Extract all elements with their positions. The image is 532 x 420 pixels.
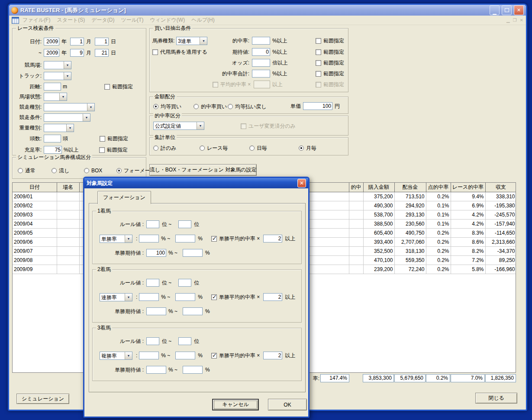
- race-type-select[interactable]: ▼: [44, 103, 95, 111]
- ground-select[interactable]: ▼: [44, 93, 67, 101]
- date-to-day-input[interactable]: [95, 49, 109, 57]
- mdi-controls: ▁ ❐ ✕: [506, 18, 523, 23]
- rule-from-input[interactable]: [146, 279, 159, 287]
- cancel-button[interactable]: キャンセル: [212, 399, 259, 410]
- odds-range-checkbox[interactable]: [316, 60, 321, 66]
- hit-total-input[interactable]: [252, 70, 270, 78]
- dialog-close-button[interactable]: ✕: [297, 179, 306, 187]
- substitute-checkbox[interactable]: [152, 49, 158, 55]
- avg-hit-rate-checkbox[interactable]: [211, 294, 217, 300]
- avg-multiplier-input[interactable]: [263, 235, 282, 242]
- distance-input[interactable]: [44, 83, 61, 90]
- hit-class-select[interactable]: 公式設定値▼: [153, 122, 204, 130]
- cell-balance: 89,250: [485, 256, 516, 265]
- course-select[interactable]: ▼: [44, 61, 71, 69]
- unit-price-input[interactable]: [303, 102, 332, 110]
- heads-input[interactable]: [44, 135, 61, 142]
- distance-range-checkbox[interactable]: [104, 84, 110, 90]
- expect-from-input[interactable]: [146, 366, 166, 374]
- rate-type-select[interactable]: 連勝率▼: [100, 293, 132, 301]
- maximize-button[interactable]: [502, 5, 512, 15]
- date-from-day-input[interactable]: [95, 38, 109, 45]
- radio-per-race[interactable]: [200, 145, 205, 151]
- distance-unit: m: [63, 84, 67, 90]
- ok-button[interactable]: OK: [268, 399, 307, 410]
- race-cond-label: 競走条件:: [13, 114, 42, 121]
- rate-from-input[interactable]: [139, 293, 159, 301]
- radio-normal[interactable]: [18, 168, 23, 173]
- pct-to-label: % ~: [161, 236, 170, 242]
- target-horse-settings-button[interactable]: 流し・BOX・フォーメーション 対象馬の設定: [149, 164, 257, 176]
- heads-range-checkbox[interactable]: [100, 136, 105, 142]
- radio-nagashi-label: 流し: [59, 167, 69, 174]
- race-cond-select[interactable]: ▼: [44, 113, 90, 122]
- rule-to-input[interactable]: [178, 279, 191, 287]
- header-purchase[interactable]: 購入金額: [363, 183, 394, 192]
- rate-to-input[interactable]: [175, 235, 195, 242]
- expect-to-input[interactable]: [183, 249, 203, 257]
- radio-per-month[interactable]: [299, 145, 304, 151]
- fill-range-checkbox[interactable]: [99, 147, 105, 153]
- rate-type-select[interactable]: 複勝率▼: [100, 352, 132, 360]
- rate-to-input[interactable]: [175, 352, 195, 359]
- simulation-button[interactable]: シミュレーション: [16, 394, 69, 404]
- expect-from-input[interactable]: [146, 249, 166, 257]
- hit-rate-input[interactable]: [252, 37, 270, 45]
- cell-point-rate: 0.2%: [426, 256, 451, 265]
- rule-to-input[interactable]: [178, 220, 191, 228]
- radio-per-day[interactable]: [249, 145, 255, 151]
- hit-range-checkbox[interactable]: [316, 38, 321, 44]
- radio-nagashi[interactable]: [52, 168, 57, 173]
- rate-from-input[interactable]: [139, 235, 159, 242]
- header-balance[interactable]: 収支: [485, 183, 516, 192]
- horse-rank-title: 1着馬: [96, 208, 112, 214]
- ticket-type-select[interactable]: 3連単▼: [176, 37, 207, 45]
- rate-to-input[interactable]: [175, 293, 195, 301]
- expect-to-input[interactable]: [183, 366, 203, 374]
- minimize-icon: ▁: [493, 10, 496, 14]
- rule-to-input[interactable]: [178, 337, 191, 345]
- header-date[interactable]: 日付: [13, 183, 57, 192]
- avg-multiplier-input[interactable]: [263, 352, 282, 359]
- fill-rate-input[interactable]: [44, 146, 62, 154]
- close-button[interactable]: ✕: [514, 5, 524, 15]
- distance-label: 距離:: [13, 83, 42, 90]
- expectation-range-checkbox[interactable]: [316, 49, 321, 55]
- weight-select[interactable]: ▼: [44, 124, 74, 132]
- radio-total-only[interactable]: [153, 145, 158, 151]
- header-point-rate[interactable]: 点的中率: [426, 183, 451, 192]
- date-from-year-input[interactable]: [44, 38, 59, 45]
- rule-from-input[interactable]: [146, 337, 159, 345]
- date-from-month-input[interactable]: [70, 38, 84, 45]
- expectation-input[interactable]: [252, 48, 270, 56]
- expect-from-input[interactable]: [146, 307, 166, 315]
- rule-from-input[interactable]: [146, 220, 159, 228]
- header-race-rate[interactable]: レース的中率: [451, 183, 485, 192]
- radio-equal-payout[interactable]: [228, 104, 233, 109]
- radio-box[interactable]: [84, 168, 89, 173]
- radio-hit-rate-buy[interactable]: [193, 104, 199, 109]
- close-icon: ✕: [517, 8, 521, 13]
- rate-type-select[interactable]: 単勝率▼: [100, 235, 132, 243]
- avg-multiplier-input[interactable]: [263, 293, 282, 301]
- radio-formation[interactable]: [116, 168, 122, 173]
- header-hit[interactable]: 的中: [349, 183, 363, 192]
- date-to-month-input[interactable]: [70, 49, 84, 57]
- tab-formation[interactable]: フォーメーション: [97, 191, 151, 204]
- track-select[interactable]: ▼: [44, 72, 71, 80]
- cell-date: 2009/02: [13, 201, 57, 210]
- date-to-year-input[interactable]: [44, 49, 59, 57]
- radio-per-race-label: レース毎: [207, 145, 228, 152]
- avg-hit-rate-checkbox[interactable]: [211, 236, 217, 242]
- header-place[interactable]: 場名: [57, 183, 79, 192]
- rate-from-input[interactable]: [139, 352, 159, 359]
- odds-input[interactable]: [252, 59, 270, 67]
- header-payout[interactable]: 配当金: [394, 183, 426, 192]
- minimize-button[interactable]: ▁: [490, 5, 500, 15]
- radio-equal-buy[interactable]: [153, 104, 158, 109]
- close-window-button[interactable]: 閉じる: [475, 393, 517, 404]
- hit-total-range-checkbox[interactable]: [316, 71, 321, 77]
- avg-hit-rate-checkbox[interactable]: [211, 353, 217, 359]
- unit-price-label: 単価: [290, 103, 301, 110]
- expect-to-input[interactable]: [183, 307, 203, 315]
